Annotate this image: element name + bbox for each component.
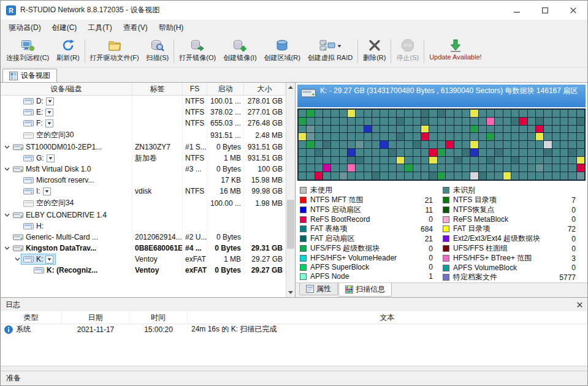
log-column-header-3[interactable]: 文本	[188, 311, 587, 324]
scan-block	[560, 164, 568, 172]
column-header-2[interactable]: FS	[183, 83, 207, 95]
scroll-down-icon[interactable]	[286, 288, 295, 297]
scan-block	[552, 126, 560, 133]
scan-block	[356, 133, 363, 140]
column-header-1[interactable]: 标签	[132, 83, 183, 95]
scan-block	[315, 149, 323, 156]
stop-icon: STOP	[401, 38, 414, 53]
device-row[interactable]: 空的空间30931.51 ...2.48 MB	[1, 129, 286, 142]
menu-item-4[interactable]: 帮助(H)	[153, 20, 189, 36]
scroll-up-icon[interactable]	[286, 83, 295, 92]
legend-swatch	[300, 255, 307, 262]
create-region-button[interactable]: 创建区域(R)	[261, 36, 304, 66]
column-header-3[interactable]: 启动	[207, 83, 244, 95]
volume-dropdown-icon[interactable]	[43, 187, 51, 195]
device-name-wrap: Msft Virtual Disk 1.0	[10, 164, 93, 175]
create-image-button[interactable]: 创建镜像(I)	[220, 36, 260, 66]
scan-block	[446, 141, 453, 148]
device-label-cell	[132, 197, 183, 210]
legend-item: 未识别	[441, 186, 584, 195]
tab-scan-info[interactable]: 扫描信息	[338, 283, 392, 297]
menu-item-3[interactable]: 查看(V)	[118, 20, 153, 36]
log-row[interactable]: 系统2021-11-1715:00:2024m 16s 的 K: 扫描已完成	[1, 324, 587, 335]
maximize-button[interactable]	[531, 1, 559, 20]
scan-block	[413, 164, 421, 172]
legend-item: NTFS MFT 范围21	[299, 195, 441, 205]
scan-block	[495, 110, 502, 117]
chevron-down-icon[interactable]	[4, 167, 10, 171]
scrollbar-thumb[interactable]	[287, 200, 294, 249]
scan-block	[487, 118, 494, 125]
device-row[interactable]: Msft Virtual Disk 1.0#3 ...0 Bytes100 GB	[1, 164, 286, 175]
device-row[interactable]: D:NTFS100.01 ...278.01 GB	[1, 96, 286, 107]
volume-dropdown-icon[interactable]	[45, 119, 53, 127]
legend-count: 0	[412, 244, 441, 253]
legend-label: HFS/HFS+ BTree+ 范围	[453, 253, 555, 263]
minimize-button[interactable]	[503, 1, 531, 20]
device-row[interactable]: Microsoft reserv...17 KB15.98 MB	[1, 175, 286, 186]
device-row[interactable]: 空的空间34100.00 ...1.98 MB	[1, 197, 286, 210]
volume-dropdown-icon[interactable]	[46, 97, 54, 105]
device-row[interactable]: Generic- Multi-Card ...2012062914...#2 U…	[1, 232, 286, 243]
device-row[interactable]: H:	[1, 221, 286, 232]
scan-block	[405, 126, 412, 133]
create-virtual-raid-button[interactable]: 创建虚拟 RAID	[304, 36, 356, 66]
menu-item-1[interactable]: 创建(C)	[47, 20, 83, 36]
scrollbar-track[interactable]	[286, 92, 295, 288]
log-column-header-2[interactable]: 时间	[129, 311, 188, 324]
scan-block	[438, 110, 445, 117]
scan-block	[421, 141, 429, 148]
device-row[interactable]: K: (Recogniz...VentoyexFAT0 Bytes29.27 G…	[1, 265, 286, 276]
chevron-down-icon[interactable]	[4, 246, 10, 250]
device-row[interactable]: G:新加卷NTFS1 MB931.51 GB	[1, 153, 286, 164]
scan-block-map[interactable]	[297, 108, 586, 181]
scan-button[interactable]: 扫描(S)	[143, 36, 173, 66]
update-button[interactable]: Update Available!	[426, 36, 485, 66]
tab-properties[interactable]: 属性	[299, 283, 338, 295]
device-name-wrap: D:	[21, 96, 56, 107]
device-scrollbar[interactable]	[286, 83, 295, 297]
volume-dropdown-icon[interactable]	[45, 108, 53, 116]
volume-icon	[23, 108, 34, 116]
open-drive-file-button[interactable]: 打开驱动文件(F)	[86, 36, 143, 66]
menu-item-0[interactable]: 驱动器(D)	[3, 20, 47, 36]
status-text: 准备	[6, 373, 21, 384]
legend-swatch	[300, 264, 307, 271]
device-row[interactable]: K:VentoyexFAT1 MB29.27 GB	[1, 254, 286, 265]
chevron-down-icon[interactable]	[4, 213, 10, 217]
device-fs-cell	[183, 197, 207, 210]
device-row[interactable]: ST1000DM010-2EP1...ZN130ZY7#1 S...0 Byte…	[1, 142, 286, 153]
scan-block	[479, 141, 486, 148]
chevron-down-icon[interactable]	[14, 257, 21, 261]
scan-block	[560, 149, 568, 156]
close-icon[interactable]	[577, 302, 582, 308]
log-column-header-1[interactable]: 日期	[62, 311, 129, 324]
device-row[interactable]: ELBY CLONEDRIVE 1.4	[1, 210, 286, 221]
log-column-header-0[interactable]: 类型	[1, 311, 62, 324]
dropdown-caret-icon[interactable]	[337, 41, 342, 50]
device-row[interactable]: Kingston DataTrav...0B8E680061E7#4 ...0 …	[1, 243, 286, 254]
close-button[interactable]	[559, 1, 587, 20]
legend-swatch	[443, 245, 449, 252]
tab-device-view[interactable]: 设备视图	[2, 69, 57, 82]
refresh-button[interactable]: 刷新(R)	[53, 36, 83, 66]
column-header-0[interactable]: 设备/磁盘	[1, 83, 132, 95]
column-header-4[interactable]: 大小	[244, 83, 286, 95]
volume-dropdown-icon[interactable]	[47, 154, 55, 162]
connect-remote-button[interactable]: 连接到远程(C)	[2, 36, 53, 66]
scan-block	[340, 141, 347, 148]
device-label-cell	[132, 164, 183, 175]
scan-block	[470, 157, 478, 164]
delete-button[interactable]: 删除(R)	[359, 36, 389, 66]
volume-dropdown-icon[interactable]	[45, 255, 53, 263]
device-row[interactable]: E:NTFS378.02 ...277.01 GB	[1, 107, 286, 118]
device-row[interactable]: F:NTFS655.03 ...276.48 GB	[1, 118, 286, 129]
device-row[interactable]: I:vdiskNTFS16 MB99.98 GB	[1, 186, 286, 197]
scan-block	[331, 133, 338, 140]
open-image-button[interactable]: 打开镜像(O)	[175, 36, 220, 66]
toolbar: 连接到远程(C)刷新(R)打开驱动文件(F)扫描(S)打开镜像(O)创建镜像(I…	[1, 36, 587, 67]
chevron-down-icon[interactable]	[4, 145, 10, 149]
scan-block	[364, 110, 372, 117]
menu-item-2[interactable]: 工具(T)	[82, 20, 117, 36]
scan-block	[495, 118, 502, 125]
